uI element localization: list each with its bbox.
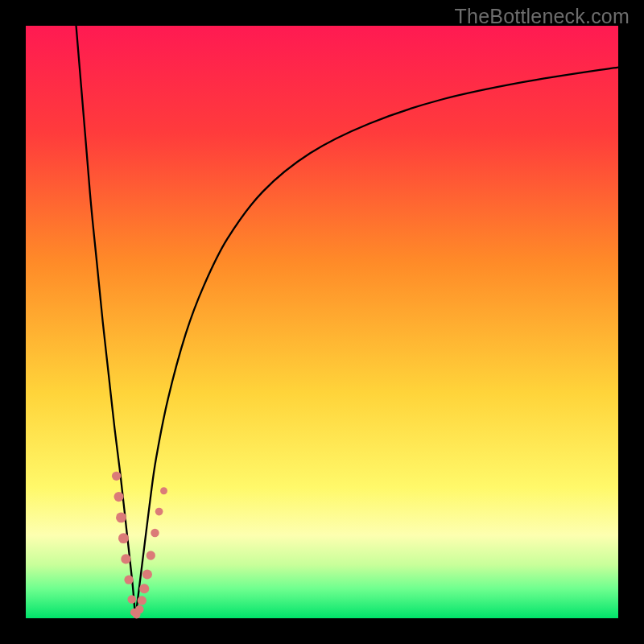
chart-frame: TheBottleneck.com <box>0 0 644 644</box>
data-marker <box>147 551 155 559</box>
data-marker <box>151 529 159 538</box>
data-marker <box>160 487 167 494</box>
markers-group <box>112 472 167 619</box>
data-marker <box>142 569 152 579</box>
watermark-text: TheBottleneck.com <box>455 5 630 28</box>
chart-svg <box>0 0 644 644</box>
data-marker <box>139 584 149 593</box>
data-marker <box>116 512 126 522</box>
data-marker <box>138 596 147 605</box>
data-marker <box>118 533 129 543</box>
data-marker <box>124 575 133 584</box>
curve-left-branch <box>76 26 136 618</box>
data-marker <box>114 492 123 502</box>
data-marker <box>112 472 121 481</box>
curve-right-branch <box>135 68 618 618</box>
data-marker <box>135 605 144 614</box>
data-marker <box>121 554 130 564</box>
data-marker <box>127 595 136 604</box>
data-marker <box>155 508 163 516</box>
